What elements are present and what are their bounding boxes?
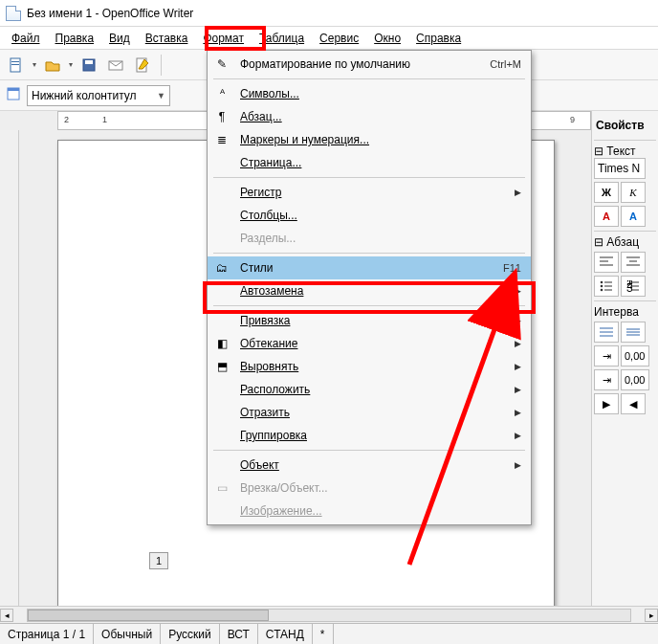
- menuitem-case[interactable]: Регистр ▶: [208, 181, 531, 204]
- text-section-header[interactable]: ⊟ Текст: [594, 144, 656, 158]
- status-insert-mode[interactable]: ВСТ: [220, 624, 258, 644]
- menuitem-paragraph[interactable]: ¶ Абзац...: [208, 105, 531, 128]
- open-button[interactable]: [42, 55, 63, 76]
- highlight-color-button[interactable]: A: [621, 206, 646, 227]
- paragraph-style-dropdown[interactable]: Нижний колонтитул ▼: [27, 85, 170, 106]
- paragraph-section-header[interactable]: ⊟ Абзац: [594, 235, 656, 249]
- decrease-indent-button[interactable]: ◀: [621, 393, 646, 414]
- submenu-arrow-icon: ▶: [515, 408, 521, 417]
- horizontal-scrollbar[interactable]: ◂ ▸: [0, 606, 658, 623]
- submenu-arrow-icon: ▶: [515, 188, 521, 197]
- menu-help[interactable]: Справка: [410, 30, 467, 47]
- status-page[interactable]: Страница 1 / 1: [0, 624, 94, 644]
- styles-icon: 🗂: [211, 259, 232, 277]
- menuitem-styles[interactable]: 🗂 Стили F11: [208, 256, 531, 279]
- scroll-right-button[interactable]: ▸: [645, 609, 658, 622]
- shortcut-label: Ctrl+M: [490, 58, 521, 70]
- status-selection-mode[interactable]: СТАНД: [258, 624, 313, 644]
- menuitem-flip[interactable]: Отразить ▶: [208, 401, 531, 424]
- save-button[interactable]: [78, 55, 99, 76]
- decrease-spacing-button[interactable]: [621, 322, 646, 343]
- menubar: Файл Правка Вид Вставка Формат Таблица С…: [0, 27, 658, 50]
- chevron-down-icon: ▼: [157, 91, 165, 100]
- status-style[interactable]: Обычный: [94, 624, 161, 644]
- format-dropdown: ✎ Форматирование по умолчанию Ctrl+M ᴬ С…: [207, 50, 532, 525]
- ruler-tick-neg1: 1: [102, 115, 107, 124]
- svg-rect-8: [8, 88, 19, 91]
- scroll-track[interactable]: [27, 609, 631, 622]
- shortcut-label: F11: [503, 262, 521, 274]
- submenu-arrow-icon: ▶: [515, 286, 521, 296]
- status-language[interactable]: Русский: [161, 624, 220, 644]
- menuitem-default-formatting[interactable]: ✎ Форматирование по умолчанию Ctrl+M: [208, 53, 531, 76]
- indent-above-icon[interactable]: ⇥: [594, 345, 619, 366]
- numbering-button[interactable]: 123: [621, 276, 646, 297]
- titlebar: Без имени 1 - OpenOffice Writer: [0, 0, 658, 27]
- submenu-arrow-icon: ▶: [515, 460, 521, 470]
- statusbar: Страница 1 / 1 Обычный Русский ВСТ СТАНД…: [0, 623, 658, 644]
- menuitem-group[interactable]: Группировка ▶: [208, 424, 531, 447]
- menu-separator: [213, 177, 525, 178]
- styles-window-button[interactable]: [6, 86, 21, 104]
- svg-rect-4: [85, 60, 93, 64]
- app-doc-icon: [6, 6, 21, 21]
- menu-format[interactable]: Формат: [197, 30, 250, 47]
- menuitem-anchor[interactable]: Привязка ▶: [208, 309, 531, 332]
- menu-file[interactable]: Файл: [6, 30, 46, 47]
- properties-panel: Свойств ⊟ Текст Times N Ж К A A ⊟ Абзац …: [591, 111, 658, 606]
- menuitem-sections: Разделы...: [208, 227, 531, 250]
- vertical-ruler[interactable]: [0, 130, 19, 606]
- menuitem-wrap[interactable]: ◧ Обтекание ▶: [208, 332, 531, 355]
- menuitem-columns[interactable]: Столбцы...: [208, 204, 531, 227]
- spacing-below-input[interactable]: 0,00: [621, 369, 649, 390]
- menu-separator: [213, 78, 525, 79]
- character-icon: ᴬ: [211, 85, 232, 102]
- scroll-thumb[interactable]: [28, 610, 269, 621]
- edit-doc-button[interactable]: [132, 55, 153, 76]
- list-icon: ≣: [211, 131, 232, 148]
- clear-format-icon: ✎: [211, 56, 232, 73]
- increase-spacing-button[interactable]: [594, 322, 619, 343]
- menu-insert[interactable]: Вставка: [140, 30, 194, 47]
- scroll-left-button[interactable]: ◂: [0, 609, 13, 622]
- status-modified[interactable]: *: [313, 624, 334, 644]
- menu-edit[interactable]: Правка: [50, 30, 100, 47]
- bold-button[interactable]: Ж: [594, 182, 619, 203]
- page-number-field[interactable]: 1: [149, 552, 168, 569]
- menuitem-page[interactable]: Страница...: [208, 151, 531, 174]
- ruler-tick-neg2: 2: [64, 115, 69, 124]
- menu-window[interactable]: Окно: [368, 30, 406, 47]
- svg-rect-1: [11, 61, 19, 62]
- spacing-above-input[interactable]: 0,00: [621, 345, 649, 366]
- spacing-section-header[interactable]: Интерва: [594, 305, 656, 319]
- menuitem-autocorrect[interactable]: Автозамена ▶: [208, 279, 531, 302]
- menu-separator: [213, 305, 525, 306]
- new-doc-button[interactable]: [6, 55, 27, 76]
- bullets-button[interactable]: [594, 276, 619, 297]
- wrap-icon: ◧: [211, 335, 232, 352]
- menuitem-frame: ▭ Врезка/Объект...: [208, 477, 531, 500]
- align-center-button[interactable]: [621, 252, 646, 273]
- menuitem-align[interactable]: ⬒ Выровнять ▶: [208, 355, 531, 378]
- email-button[interactable]: [105, 55, 126, 76]
- font-color-button[interactable]: A: [594, 206, 619, 227]
- menuitem-characters[interactable]: ᴬ Символы...: [208, 82, 531, 105]
- menu-tools[interactable]: Сервис: [314, 30, 364, 47]
- indent-below-icon[interactable]: ⇥: [594, 369, 619, 390]
- italic-button[interactable]: К: [621, 182, 646, 203]
- font-name-dropdown[interactable]: Times N: [594, 158, 646, 179]
- menuitem-bullets[interactable]: ≣ Маркеры и нумерация...: [208, 128, 531, 151]
- submenu-arrow-icon: ▶: [515, 316, 521, 325]
- toolbar-separator: [161, 55, 162, 76]
- increase-indent-button[interactable]: ▶: [594, 393, 619, 414]
- properties-header: Свойств: [594, 115, 656, 136]
- menuitem-arrange[interactable]: Расположить ▶: [208, 378, 531, 401]
- svg-point-11: [601, 289, 603, 292]
- menu-table[interactable]: Таблица: [253, 30, 310, 47]
- menu-view[interactable]: Вид: [103, 30, 136, 47]
- submenu-arrow-icon: ▶: [515, 431, 521, 440]
- paragraph-icon: ¶: [211, 108, 232, 125]
- align-icon: ⬒: [211, 358, 232, 375]
- align-left-button[interactable]: [594, 252, 619, 273]
- menuitem-object[interactable]: Объект ▶: [208, 454, 531, 477]
